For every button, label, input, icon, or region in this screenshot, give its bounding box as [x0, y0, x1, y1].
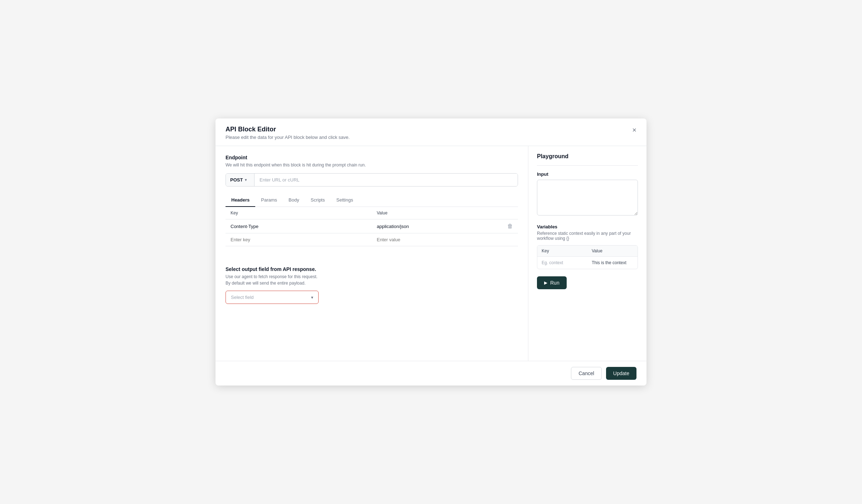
table-row-placeholder: [226, 233, 518, 246]
main-panel: Endpoint We will hit this endpoint when …: [216, 146, 528, 361]
sidebar-panel: Playground Input Variables Reference sta…: [528, 146, 646, 361]
header-value-input[interactable]: [377, 237, 513, 242]
variables-row: Eg. context This is the context: [537, 257, 638, 269]
tab-headers[interactable]: Headers: [226, 194, 255, 207]
variable-value-cell: This is the context: [587, 257, 638, 269]
tab-scripts[interactable]: Scripts: [305, 194, 331, 207]
table-row: Content-Type application/json 🗑: [226, 219, 518, 233]
output-title: Select output field from API response.: [226, 266, 518, 272]
select-field-placeholder: Select field: [231, 295, 254, 300]
method-chevron-icon: ▾: [245, 178, 247, 182]
header-value-text: application/json: [377, 224, 409, 229]
playground-title: Playground: [537, 153, 638, 166]
modal-header: API Block Editor Please edit the data fo…: [216, 118, 646, 146]
modal-subtitle: Please edit the data for your API block …: [226, 135, 636, 140]
update-button[interactable]: Update: [606, 367, 636, 380]
input-textarea[interactable]: [537, 180, 638, 215]
variables-col-key: Key: [537, 246, 587, 256]
method-select[interactable]: POST ▾: [226, 174, 255, 186]
run-icon: ▶: [544, 280, 547, 285]
output-desc1: Use our agent to fetch response for this…: [226, 274, 518, 279]
run-label: Run: [550, 280, 560, 286]
headers-table: Key Value Content-Type application/json …: [226, 207, 518, 246]
url-input[interactable]: [255, 174, 518, 186]
endpoint-section-desc: We will hit this endpoint when this bloc…: [226, 163, 518, 168]
variables-table-header: Key Value: [537, 246, 638, 257]
tab-body[interactable]: Body: [283, 194, 305, 207]
variables-col-value: Value: [587, 246, 638, 256]
delete-row-icon[interactable]: 🗑: [507, 223, 513, 229]
variable-key-cell: Eg. context: [537, 257, 587, 269]
tab-params[interactable]: Params: [255, 194, 283, 207]
header-key-input[interactable]: [231, 237, 367, 242]
method-label: POST: [230, 177, 243, 183]
variables-table: Key Value Eg. context This is the contex…: [537, 245, 638, 269]
select-chevron-icon: ▾: [311, 295, 313, 300]
header-value-placeholder[interactable]: [372, 233, 518, 246]
modal: API Block Editor Please edit the data fo…: [216, 118, 646, 386]
variables-label: Variables: [537, 224, 638, 229]
tab-settings[interactable]: Settings: [330, 194, 359, 207]
run-button[interactable]: ▶ Run: [537, 276, 567, 289]
close-button[interactable]: ×: [631, 125, 638, 135]
variables-desc: Reference static context easily in any p…: [537, 231, 638, 241]
header-col-key: Key: [226, 207, 372, 219]
header-key-cell: Content-Type: [226, 219, 372, 233]
modal-title: API Block Editor: [226, 126, 636, 133]
endpoint-row: POST ▾: [226, 173, 518, 186]
input-label: Input: [537, 171, 638, 177]
modal-body: Endpoint We will hit this endpoint when …: [216, 146, 646, 361]
modal-footer: Cancel Update: [216, 361, 646, 386]
cancel-button[interactable]: Cancel: [571, 367, 602, 380]
output-section: Select output field from API response. U…: [226, 258, 518, 304]
endpoint-section-title: Endpoint: [226, 155, 518, 160]
header-key-placeholder[interactable]: [226, 233, 372, 246]
output-desc2: By default we will send the entire paylo…: [226, 281, 518, 286]
header-value-cell: application/json 🗑: [372, 219, 518, 233]
header-col-value: Value: [372, 207, 518, 219]
select-field-dropdown[interactable]: Select field ▾: [226, 291, 319, 304]
tabs: Headers Params Body Scripts Settings: [226, 194, 518, 207]
